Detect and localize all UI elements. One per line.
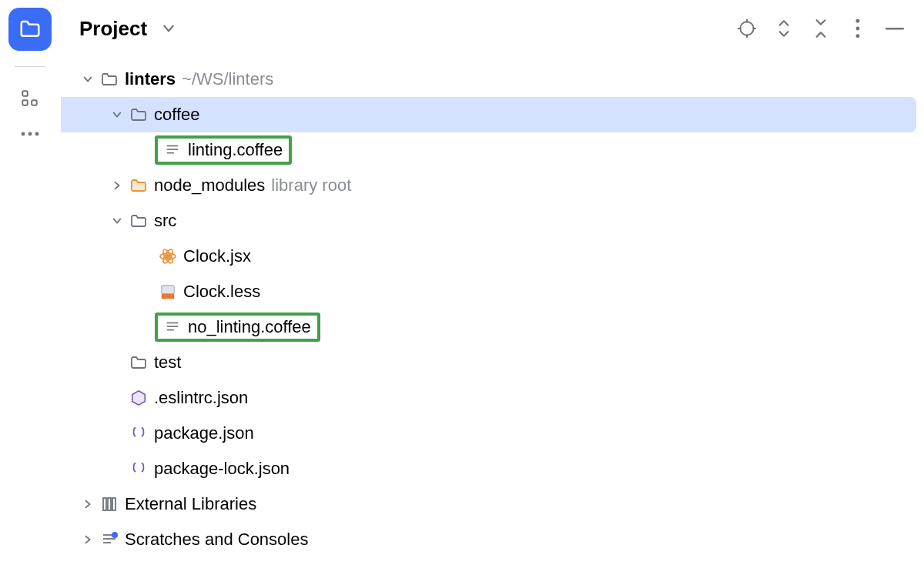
node-label: node_modules — [154, 176, 265, 196]
tree-node-root[interactable]: linters ~/WS/linters — [61, 62, 924, 97]
highlight-box: no_linting.coffee — [155, 313, 320, 342]
textfile-icon — [162, 317, 182, 337]
tree-node-linting-coffee[interactable]: linting.coffee — [61, 132, 924, 168]
chevron-right-icon[interactable] — [107, 176, 127, 196]
react-icon — [158, 246, 178, 266]
scratches-icon — [99, 530, 119, 550]
tree-node-no-linting-coffee[interactable]: no_linting.coffee — [61, 309, 924, 345]
svg-point-4 — [28, 132, 32, 136]
node-label: src — [154, 211, 176, 231]
svg-rect-2 — [32, 100, 36, 105]
select-opened-file-button[interactable] — [732, 13, 762, 44]
structure-tool-button[interactable] — [20, 89, 40, 109]
node-label: coffee — [154, 105, 200, 125]
svg-point-5 — [35, 132, 39, 136]
svg-point-12 — [856, 27, 860, 31]
svg-rect-29 — [108, 498, 111, 510]
less-icon — [158, 282, 178, 302]
expand-icon — [777, 18, 791, 39]
svg-rect-28 — [103, 498, 106, 510]
tree-node-coffee[interactable]: coffee — [61, 97, 916, 132]
more-tool-button[interactable] — [20, 130, 40, 138]
svg-point-6 — [740, 22, 753, 35]
panel-title: Project — [79, 17, 147, 41]
svg-rect-0 — [22, 91, 28, 96]
node-label: Clock.less — [183, 282, 260, 302]
project-tree[interactable]: linters ~/WS/linters coffee linting.coff… — [61, 57, 924, 585]
chevron-down-icon[interactable] — [107, 105, 127, 125]
tree-node-scratches[interactable]: Scratches and Consoles — [61, 522, 924, 557]
panel-options-button[interactable] — [842, 13, 873, 44]
tree-node-clock-jsx[interactable]: Clock.jsx — [61, 239, 924, 274]
svg-point-34 — [112, 532, 118, 538]
svg-rect-30 — [112, 498, 116, 510]
node-path: ~/WS/linters — [182, 69, 273, 89]
node-label: Scratches and Consoles — [125, 530, 308, 550]
collapse-icon — [814, 18, 828, 39]
tree-node-package-lock-json[interactable]: package-lock.json — [61, 451, 924, 486]
chevron-right-icon[interactable] — [78, 494, 98, 514]
svg-point-13 — [856, 34, 860, 38]
left-toolstrip — [0, 0, 61, 585]
tree-node-package-json[interactable]: package.json — [61, 416, 924, 451]
project-tool-button[interactable] — [8, 8, 52, 51]
structure-icon — [20, 89, 40, 109]
toolstrip-divider — [15, 66, 45, 67]
node-label: no_linting.coffee — [188, 317, 311, 337]
json-icon — [129, 459, 149, 479]
folder-icon — [129, 353, 149, 373]
svg-rect-23 — [162, 294, 175, 299]
tree-node-node-modules[interactable]: node_modules library root — [61, 168, 924, 203]
svg-rect-22 — [162, 286, 175, 294]
tree-node-external-libraries[interactable]: External Libraries — [61, 486, 924, 522]
chevron-right-icon[interactable] — [78, 530, 98, 550]
node-label: linters — [125, 69, 176, 89]
highlight-box: linting.coffee — [155, 135, 292, 165]
chevron-down-icon[interactable] — [107, 211, 127, 231]
expand-collapse-button[interactable] — [768, 13, 799, 44]
folder-icon — [129, 105, 149, 125]
node-label: External Libraries — [125, 494, 256, 514]
library-folder-icon — [129, 176, 149, 196]
tree-node-clock-less[interactable]: Clock.less — [61, 274, 924, 309]
svg-point-11 — [856, 19, 860, 23]
folder-icon — [99, 69, 119, 89]
tree-node-eslintrc[interactable]: .eslintrc.json — [61, 380, 924, 416]
tree-node-test[interactable]: test — [61, 345, 924, 380]
svg-marker-27 — [132, 391, 146, 405]
ellipsis-icon — [20, 130, 40, 138]
json-icon — [129, 423, 149, 443]
view-mode-dropdown[interactable] — [153, 13, 184, 44]
chevron-down-icon — [162, 22, 176, 35]
node-label: test — [154, 353, 181, 373]
node-label: package-lock.json — [154, 459, 290, 479]
svg-point-18 — [166, 255, 169, 258]
textfile-icon — [162, 140, 182, 160]
collapse-all-button[interactable] — [805, 13, 836, 44]
folder-icon — [129, 211, 149, 231]
target-icon — [737, 18, 757, 38]
kebab-icon — [855, 18, 861, 38]
minimize-icon — [886, 27, 904, 30]
panel-header: Project — [61, 0, 924, 57]
svg-point-3 — [22, 132, 25, 136]
svg-rect-1 — [22, 100, 28, 105]
node-label: linting.coffee — [188, 140, 283, 160]
hide-panel-button[interactable] — [879, 13, 910, 44]
node-label: .eslintrc.json — [154, 388, 248, 408]
node-suffix: library root — [271, 176, 351, 196]
folder-icon — [18, 18, 42, 41]
svg-rect-14 — [886, 28, 904, 30]
libraries-icon — [99, 494, 119, 514]
node-label: package.json — [154, 423, 254, 443]
node-label: Clock.jsx — [183, 246, 251, 266]
tree-node-src[interactable]: src — [61, 203, 924, 239]
chevron-down-icon[interactable] — [78, 69, 98, 89]
eslint-icon — [129, 388, 149, 408]
project-panel: Project — [61, 0, 924, 585]
